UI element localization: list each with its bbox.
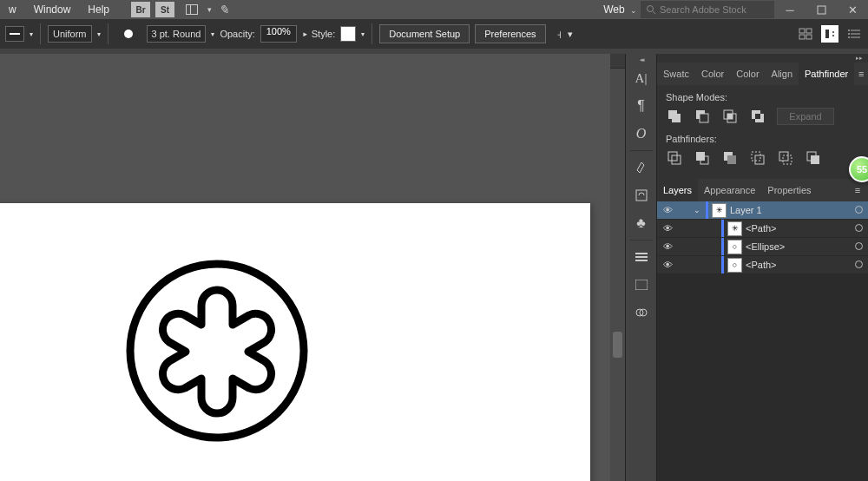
pathfinder-panel: Shape Modes: Expand Pathfinders: [657, 85, 868, 174]
brushes-panel-icon[interactable] [626, 154, 657, 181]
maximize-button[interactable] [806, 0, 837, 19]
visibility-icon[interactable]: 👁 [657, 205, 678, 215]
vertical-scrollbar[interactable] [610, 54, 625, 481]
step-badge: 55 [849, 156, 868, 182]
layers-tabrow: Layers Appearance Properties ≡ [657, 179, 868, 201]
visibility-icon[interactable]: 👁 [657, 260, 678, 270]
layer-name[interactable]: <Ellipse> [746, 241, 785, 252]
trim-icon[interactable] [694, 149, 711, 167]
visibility-icon[interactable]: 👁 [657, 223, 678, 234]
style-label: Style: [312, 29, 336, 39]
stock-icon[interactable]: St [155, 2, 174, 17]
artboard[interactable] [0, 203, 590, 481]
layer-row-parent[interactable]: 👁 ⌄ ✳ Layer 1 [657, 201, 868, 220]
minimize-button[interactable]: ─ [774, 0, 806, 19]
tab-align[interactable]: Align [766, 63, 799, 85]
outline-icon[interactable] [777, 149, 794, 167]
tab-appearance[interactable]: Appearance [698, 179, 761, 201]
character-panel-icon[interactable]: A| [626, 64, 657, 92]
expand-button: Expand [777, 108, 834, 125]
layer-thumb: ○ [727, 258, 742, 273]
divide-icon[interactable] [666, 149, 683, 167]
minus-back-icon[interactable] [805, 149, 822, 167]
target-icon[interactable] [849, 205, 868, 215]
pathfinders-label: Pathfinders: [666, 134, 859, 144]
menu-item[interactable]: w [0, 1, 25, 18]
minus-front-icon[interactable] [694, 108, 711, 125]
svg-point-13 [848, 30, 850, 31]
stroke-profile-select[interactable]: Uniform [48, 25, 92, 43]
artwork-asterisk [122, 255, 312, 446]
essentials-icon[interactable] [821, 25, 838, 43]
close-button[interactable]: ✕ [837, 0, 868, 19]
menu-window[interactable]: Window [25, 1, 80, 18]
list-icon[interactable] [845, 25, 863, 43]
layer-name[interactable]: <Path> [746, 223, 776, 234]
unite-icon[interactable] [666, 108, 683, 125]
bridge-icon[interactable]: Br [131, 2, 150, 17]
brush-profile[interactable] [115, 26, 141, 42]
layer-row[interactable]: 👁 ○ <Path> [657, 256, 868, 274]
swatches-panel-icon[interactable]: ♣ [626, 209, 657, 237]
opacity-label: Opacity: [220, 29, 254, 39]
menu-help[interactable]: Help [79, 1, 118, 18]
preferences-button[interactable]: Preferences [475, 24, 545, 43]
svg-rect-33 [755, 114, 760, 119]
symbols-panel-icon[interactable] [626, 181, 657, 209]
svg-point-8 [832, 31, 834, 33]
svg-rect-2 [818, 6, 825, 14]
target-icon[interactable] [849, 241, 868, 252]
layer-row[interactable]: 👁 ✳ <Path> [657, 220, 868, 238]
disclosure-icon[interactable]: ⌄ [694, 206, 706, 214]
svg-rect-41 [755, 155, 764, 164]
workspace-switcher[interactable]: Web ⌄ [603, 3, 637, 16]
search-input[interactable]: Search Adobe Stock [641, 1, 774, 18]
tab-properties[interactable]: Properties [761, 179, 817, 201]
stroke-weight-select[interactable]: 3 pt. Round [147, 25, 207, 43]
svg-rect-17 [636, 190, 647, 201]
tab-color[interactable]: Color [695, 63, 730, 85]
paragraph-panel-icon[interactable]: ¶ [626, 92, 657, 120]
panel-menu-icon[interactable]: ≡ [854, 63, 868, 85]
tab-swatches[interactable]: Swatc [657, 63, 695, 85]
arrange-documents-icon[interactable] [186, 4, 198, 15]
visibility-icon[interactable]: 👁 [657, 241, 678, 252]
merge-icon[interactable] [721, 149, 739, 167]
panel-icon[interactable] [797, 25, 814, 43]
svg-line-1 [653, 11, 655, 14]
right-panels: ▸▸ Swatc Color Color Align Pathfinder ≡ … [656, 54, 868, 481]
layer-name[interactable]: Layer 1 [730, 205, 762, 215]
tab-pathfinder[interactable]: Pathfinder [799, 63, 854, 85]
layer-row[interactable]: 👁 ○ <Ellipse> [657, 238, 868, 256]
layer-name[interactable]: <Path> [746, 260, 776, 270]
target-icon[interactable] [849, 223, 868, 234]
opentype-panel-icon[interactable]: O [626, 120, 657, 148]
svg-rect-30 [727, 114, 733, 119]
transparency-panel-icon[interactable] [626, 299, 657, 326]
intersect-icon[interactable] [721, 108, 739, 125]
document-setup-button[interactable]: Document Setup [379, 24, 470, 43]
graphic-style-swatch[interactable] [340, 26, 356, 42]
gpu-preview-icon[interactable]: ✎ [219, 3, 229, 16]
svg-point-9 [832, 35, 834, 36]
svg-rect-40 [752, 152, 760, 161]
svg-rect-43 [783, 155, 792, 164]
gradient-panel-icon[interactable] [626, 271, 657, 299]
align-to-icon[interactable]: ⫞ [556, 27, 562, 41]
exclude-icon[interactable] [749, 108, 766, 125]
stroke-panel-icon[interactable] [626, 243, 657, 271]
svg-rect-35 [672, 155, 681, 164]
canvas[interactable] [0, 54, 625, 481]
svg-rect-5 [799, 35, 805, 39]
tab-colorguide[interactable]: Color [730, 63, 765, 85]
tab-layers[interactable]: Layers [657, 179, 698, 201]
target-icon[interactable] [849, 260, 868, 270]
svg-point-14 [848, 33, 850, 35]
search-placeholder: Search Adobe Stock [660, 4, 746, 15]
crop-icon[interactable] [749, 149, 766, 167]
stroke-swatch[interactable] [5, 26, 24, 42]
controlbar: ▾ Uniform ▾ 3 pt. Round ▾ Opacity: 100% … [0, 19, 868, 49]
panel-menu-icon[interactable]: ≡ [847, 179, 868, 201]
opacity-input[interactable]: 100% [260, 25, 297, 43]
svg-rect-21 [635, 280, 648, 290]
